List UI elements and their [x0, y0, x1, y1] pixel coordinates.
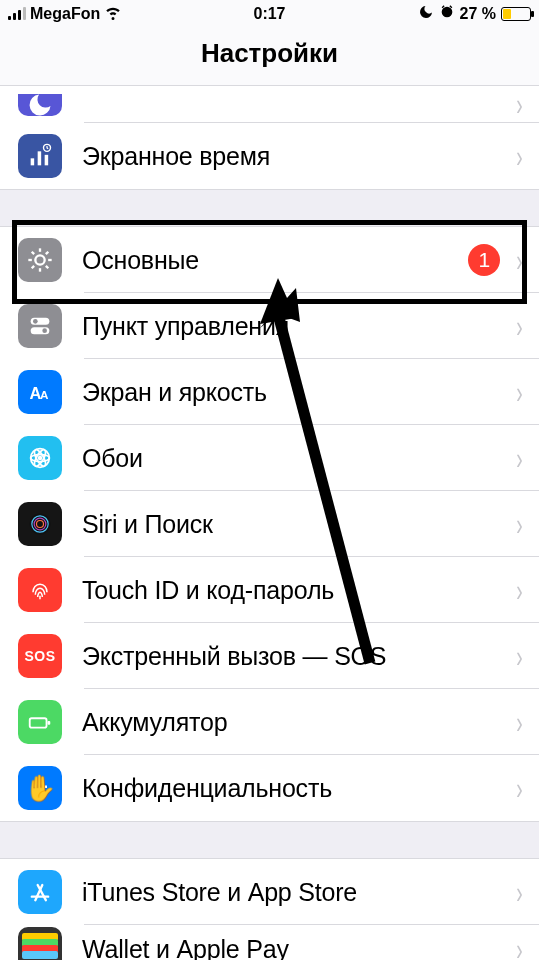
row-label: Экстренный вызов — SOS [82, 642, 506, 671]
chevron-right-icon: › [516, 308, 522, 345]
row-label: Siri и Поиск [82, 510, 506, 539]
do-not-disturb-icon [18, 94, 62, 116]
row-label: Основные [82, 246, 468, 275]
app-store-icon [18, 870, 62, 914]
row-siri[interactable]: Siri и Поиск › [0, 491, 539, 557]
chevron-right-icon: › [516, 874, 522, 911]
svg-point-4 [35, 255, 44, 264]
svg-rect-1 [38, 151, 42, 165]
chevron-right-icon: › [516, 572, 522, 609]
touch-id-icon [18, 568, 62, 612]
svg-rect-29 [47, 721, 50, 725]
screen-time-icon [18, 134, 62, 178]
svg-rect-28 [30, 718, 47, 727]
row-label: Экран и яркость [82, 378, 506, 407]
svg-point-14 [33, 319, 38, 324]
row-label: Конфиденциальность [82, 774, 506, 803]
row-label: Аккумулятор [82, 708, 506, 737]
chevron-right-icon: › [516, 242, 522, 279]
settings-section-1: Основные 1 › Пункт управления › AA Экран… [0, 226, 539, 822]
status-bar: MegaFon 0:17 27 % [0, 0, 539, 28]
row-battery[interactable]: Аккумулятор › [0, 689, 539, 755]
svg-line-12 [46, 252, 48, 254]
display-icon: AA [18, 370, 62, 414]
siri-icon [18, 502, 62, 546]
battery-row-icon [18, 700, 62, 744]
row-label: Экранное время [82, 142, 506, 171]
chevron-right-icon: › [516, 506, 522, 543]
chevron-right-icon: › [516, 138, 522, 175]
badge: 1 [468, 244, 500, 276]
svg-rect-0 [31, 158, 35, 165]
svg-text:A: A [40, 388, 49, 401]
clock-label: 0:17 [0, 5, 539, 23]
row-general[interactable]: Основные 1 › [0, 227, 539, 293]
wallpaper-icon [18, 436, 62, 480]
svg-point-16 [42, 328, 47, 333]
control-center-icon [18, 304, 62, 348]
settings-section-2: iTunes Store и App Store › Wallet и Appl… [0, 858, 539, 960]
svg-point-24 [30, 514, 51, 535]
row-app-store[interactable]: iTunes Store и App Store › [0, 859, 539, 925]
svg-rect-2 [45, 155, 49, 166]
row-label: Wallet и Apple Pay [82, 935, 506, 961]
row-label: Touch ID и код-пароль [82, 576, 506, 605]
row-display[interactable]: AA Экран и яркость › [0, 359, 539, 425]
chevron-right-icon: › [516, 374, 522, 411]
chevron-right-icon: › [516, 931, 522, 961]
svg-line-11 [32, 266, 34, 268]
row-wallet[interactable]: Wallet и Apple Pay › [0, 925, 539, 960]
row-touch-id[interactable]: Touch ID и код-пароль › [0, 557, 539, 623]
wallet-icon [18, 927, 62, 960]
row-screen-time[interactable]: Экранное время › [0, 123, 539, 189]
battery-icon [501, 7, 531, 21]
settings-section-0: Не беспокоить › Экранное время › [0, 86, 539, 190]
chevron-right-icon: › [516, 440, 522, 477]
chevron-right-icon: › [516, 86, 522, 123]
row-sos[interactable]: SOS Экстренный вызов — SOS › [0, 623, 539, 689]
sos-icon: SOS [18, 634, 62, 678]
privacy-icon: ✋ [18, 766, 62, 810]
row-label: Пункт управления [82, 312, 506, 341]
row-wallpaper[interactable]: Обои › [0, 425, 539, 491]
row-control-center[interactable]: Пункт управления › [0, 293, 539, 359]
row-privacy[interactable]: ✋ Конфиденциальность › [0, 755, 539, 821]
svg-line-10 [46, 266, 48, 268]
page-title: Настройки [0, 28, 539, 86]
row-label: iTunes Store и App Store [82, 878, 506, 907]
row-label: Обои [82, 444, 506, 473]
row-do-not-disturb[interactable]: Не беспокоить › [0, 86, 539, 123]
svg-line-9 [32, 252, 34, 254]
chevron-right-icon: › [516, 770, 522, 807]
general-icon [18, 238, 62, 282]
chevron-right-icon: › [516, 704, 522, 741]
svg-point-20 [38, 456, 43, 461]
chevron-right-icon: › [516, 638, 522, 675]
